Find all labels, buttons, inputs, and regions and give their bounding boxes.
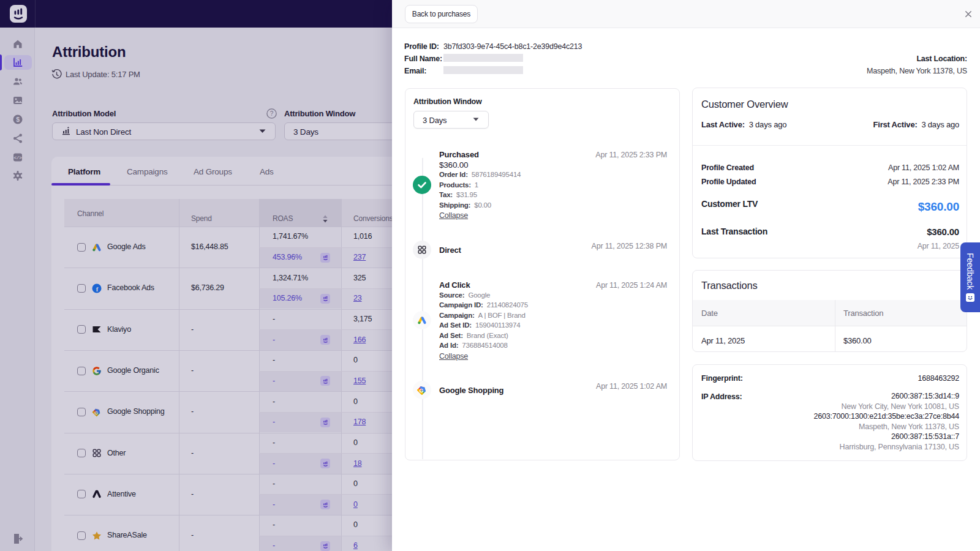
- svg-text:G: G: [420, 388, 424, 394]
